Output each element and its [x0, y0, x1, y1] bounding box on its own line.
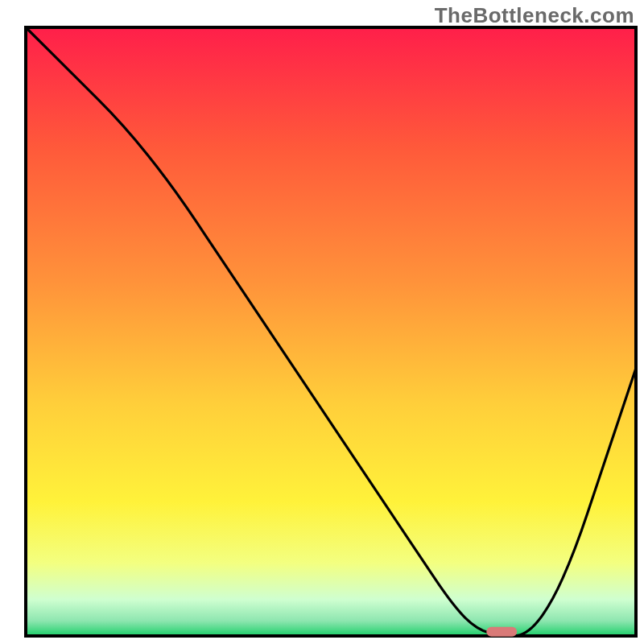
optimal-marker	[486, 627, 517, 637]
chart-root: TheBottleneck.com	[0, 0, 644, 644]
bottleneck-chart	[0, 0, 644, 644]
watermark-text: TheBottleneck.com	[435, 3, 634, 28]
